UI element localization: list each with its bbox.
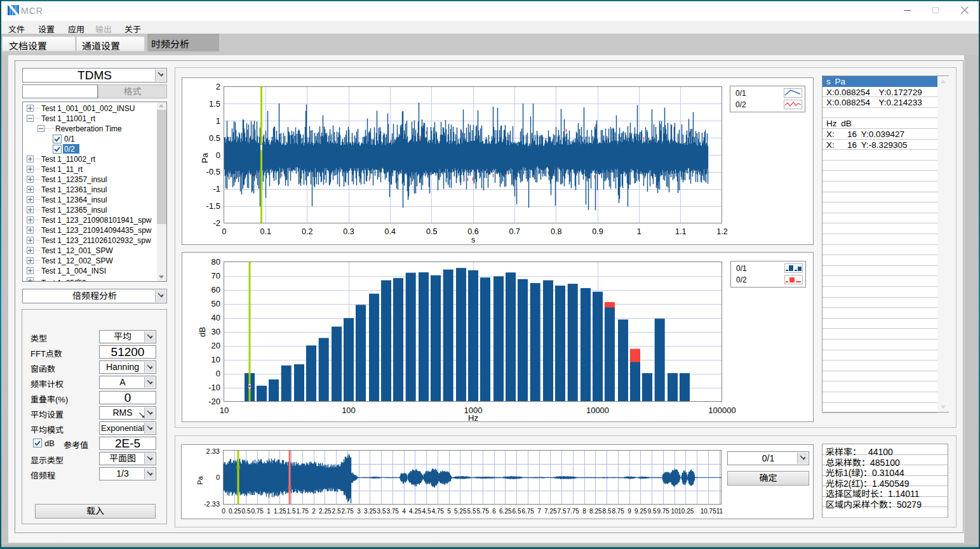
svg-text:2.33: 2.33 [206, 447, 220, 455]
svg-text:11: 11 [716, 508, 723, 515]
svg-text:10.25: 10.25 [678, 508, 694, 515]
svg-text:8.25: 8.25 [589, 508, 602, 515]
svg-text:6.5: 6.5 [513, 508, 521, 515]
svg-text:70: 70 [211, 271, 220, 281]
svg-text:0.5: 0.5 [242, 508, 251, 515]
svg-text:7.75: 7.75 [567, 508, 579, 515]
svg-text:3.25: 3.25 [364, 508, 377, 515]
svg-text:1.1: 1.1 [675, 227, 686, 236]
svg-text:-2.33: -2.33 [204, 500, 220, 508]
svg-text:1: 1 [216, 116, 220, 126]
svg-text:1.5: 1.5 [209, 99, 220, 109]
svg-text:4.5: 4.5 [422, 508, 431, 515]
svg-text:Hz: Hz [468, 413, 478, 421]
svg-text:0.9: 0.9 [592, 227, 603, 236]
svg-text:40: 40 [211, 313, 220, 322]
svg-text:5.25: 5.25 [454, 508, 467, 515]
svg-text:1.25: 1.25 [274, 508, 286, 515]
svg-text:-1.5: -1.5 [206, 201, 220, 211]
svg-text:0.3: 0.3 [343, 227, 354, 236]
svg-text:0.8: 0.8 [551, 227, 561, 236]
svg-text:100: 100 [342, 406, 356, 415]
svg-text:2.5: 2.5 [332, 508, 341, 515]
svg-text:9.75: 9.75 [657, 508, 669, 515]
svg-text:100000: 100000 [708, 406, 735, 415]
svg-text:60: 60 [211, 285, 220, 294]
svg-text:5.5: 5.5 [467, 508, 476, 515]
svg-text:0.4: 0.4 [385, 227, 396, 236]
svg-text:dB: dB [198, 327, 207, 337]
svg-text:5.75: 5.75 [476, 508, 489, 515]
svg-text:10000: 10000 [586, 406, 609, 415]
svg-text:0: 0 [216, 150, 220, 160]
svg-text:0: 0 [216, 369, 220, 378]
svg-text:80: 80 [211, 257, 220, 267]
svg-text:-1: -1 [213, 184, 220, 194]
svg-text:0.6: 0.6 [467, 227, 478, 236]
svg-text:1.75: 1.75 [296, 508, 309, 515]
svg-text:2: 2 [216, 82, 220, 91]
svg-text:0: 0 [222, 508, 225, 515]
svg-text:3.5: 3.5 [377, 508, 386, 515]
svg-text:4.75: 4.75 [431, 508, 444, 515]
svg-text:3: 3 [357, 508, 361, 515]
svg-text:4.25: 4.25 [409, 508, 422, 515]
svg-text:-20: -20 [208, 397, 220, 406]
svg-text:1: 1 [637, 227, 641, 236]
svg-text:8: 8 [582, 508, 586, 515]
svg-text:2.25: 2.25 [319, 508, 332, 515]
svg-text:-10: -10 [208, 383, 220, 392]
svg-text:-2: -2 [213, 218, 220, 228]
svg-text:8.75: 8.75 [612, 508, 624, 515]
svg-text:Pa: Pa [200, 152, 210, 163]
svg-text:0: 0 [216, 473, 220, 481]
svg-text:1.2: 1.2 [716, 227, 727, 236]
svg-text:2: 2 [312, 508, 316, 515]
svg-text:2.75: 2.75 [341, 508, 354, 515]
svg-text:0.5: 0.5 [426, 227, 437, 236]
svg-text:10: 10 [220, 406, 229, 415]
svg-text:7.25: 7.25 [544, 508, 557, 515]
svg-text:0.7: 0.7 [509, 227, 520, 236]
svg-text:1.5: 1.5 [287, 508, 296, 515]
svg-text:6.25: 6.25 [499, 508, 512, 515]
svg-text:9: 9 [628, 508, 631, 515]
svg-text:30: 30 [211, 327, 220, 336]
svg-text:7.5: 7.5 [558, 508, 567, 515]
svg-text:0.25: 0.25 [229, 508, 241, 515]
svg-text:20: 20 [211, 341, 220, 350]
svg-text:s: s [471, 235, 475, 244]
svg-text:1: 1 [267, 508, 271, 515]
svg-text:7: 7 [537, 508, 541, 515]
svg-text:6.75: 6.75 [521, 508, 534, 515]
svg-text:4: 4 [402, 508, 406, 515]
svg-text:8.5: 8.5 [603, 508, 612, 515]
svg-text:0: 0 [222, 227, 227, 236]
svg-text:9.25: 9.25 [634, 508, 647, 515]
svg-text:10.75: 10.75 [701, 508, 716, 515]
svg-text:9.5: 9.5 [648, 508, 657, 515]
svg-text:0.1: 0.1 [260, 227, 271, 236]
svg-text:-0.5: -0.5 [206, 167, 220, 176]
svg-text:0.2: 0.2 [302, 227, 312, 236]
svg-text:50: 50 [211, 299, 220, 308]
svg-text:10: 10 [671, 508, 678, 515]
svg-text:10: 10 [211, 355, 220, 364]
svg-text:0.5: 0.5 [209, 133, 220, 143]
svg-text:Pa: Pa [196, 475, 204, 484]
svg-text:0.75: 0.75 [251, 508, 264, 515]
svg-text:3.75: 3.75 [386, 508, 399, 515]
svg-text:5: 5 [447, 508, 451, 515]
svg-text:6: 6 [492, 508, 496, 515]
